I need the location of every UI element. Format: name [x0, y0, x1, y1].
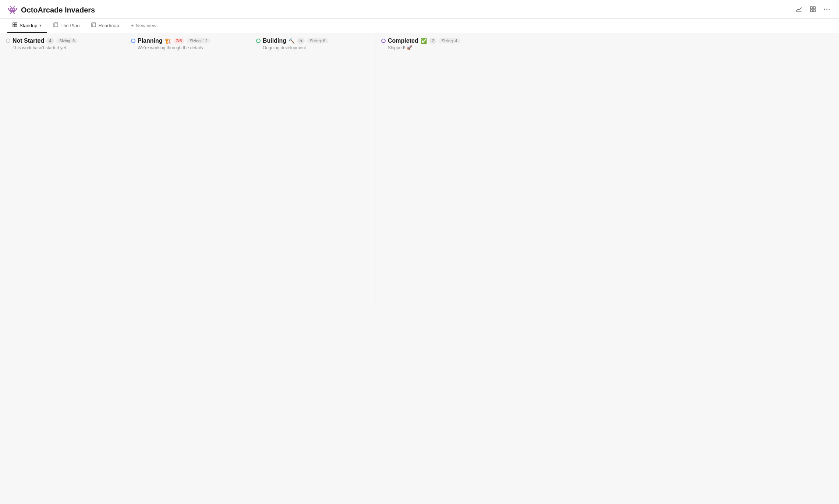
svg-rect-2: [813, 7, 815, 9]
app-title-area: 👾 OctoArcade Invaders: [7, 5, 95, 15]
app-container: 👾 OctoArcade Invaders: [0, 0, 839, 304]
svg-rect-9: [15, 23, 17, 25]
tab-the-plan[interactable]: The Plan: [48, 19, 85, 33]
roadmap-tab-label: Roadmap: [98, 23, 119, 28]
new-view-tab-label: New view: [136, 23, 156, 28]
svg-point-7: [829, 9, 830, 10]
svg-point-6: [826, 9, 828, 10]
roadmap-tab-icon: [91, 22, 96, 28]
building-desc: Ongoing development: [256, 45, 369, 50]
col-header-building: Building 🔨 5 Sizing: 6 Ongoing developme…: [250, 33, 375, 304]
app-header: 👾 OctoArcade Invaders: [0, 0, 839, 19]
svg-rect-12: [54, 23, 58, 27]
column-headers-row: Not Started 4 Sizing: 8 This work hasn't…: [0, 33, 839, 304]
building-title: Building: [263, 38, 286, 44]
not-started-sizing: Sizing: 8: [56, 38, 78, 43]
svg-rect-11: [15, 25, 17, 27]
completed-title-icon: ✅: [421, 38, 427, 44]
svg-rect-8: [13, 23, 15, 25]
standup-dropdown-icon: ▾: [39, 23, 42, 28]
planning-desc: We're working through the details: [131, 45, 244, 50]
svg-rect-1: [810, 7, 813, 9]
tab-new-view[interactable]: + New view: [126, 19, 162, 33]
new-view-plus-icon: +: [131, 23, 134, 28]
svg-point-5: [824, 9, 825, 10]
more-options-button[interactable]: [822, 4, 832, 15]
completed-count: 2: [429, 38, 437, 44]
not-started-desc: This work hasn't started yet: [6, 45, 119, 50]
svg-rect-4: [813, 10, 815, 12]
planning-status-dot: [131, 39, 135, 43]
planning-title: Planning: [138, 38, 163, 44]
standup-tab-label: Standup: [20, 23, 37, 28]
building-title-icon: 🔨: [288, 38, 295, 44]
plan-tab-label: The Plan: [60, 23, 79, 28]
completed-title: Completed: [388, 38, 418, 44]
svg-rect-10: [13, 25, 15, 27]
col-header-planning: Planning 🏗️ 7/6 Sizing: 12 We're working…: [125, 33, 250, 304]
completed-status-dot: [381, 39, 386, 43]
header-actions: [794, 4, 832, 15]
tab-standup[interactable]: Standup ▾: [7, 19, 47, 33]
board: Not Started 4 Sizing: 8 This work hasn't…: [0, 33, 839, 304]
tabs-bar: Standup ▾ The Plan Roadmap: [0, 19, 839, 33]
plan-tab-icon: [53, 22, 58, 28]
planning-count: 7/6: [173, 38, 185, 44]
app-title: OctoArcade Invaders: [21, 6, 95, 14]
grid-icon-button[interactable]: [808, 4, 818, 15]
not-started-status-dot: [6, 39, 10, 43]
planning-sizing: Sizing: 12: [187, 38, 210, 43]
building-status-dot: [256, 39, 261, 43]
not-started-count: 4: [46, 38, 54, 44]
completed-desc: Shipped! 🚀: [381, 45, 833, 50]
building-count: 5: [297, 38, 305, 44]
svg-rect-15: [92, 23, 96, 27]
chart-icon-button[interactable]: [794, 4, 804, 15]
not-started-title: Not Started: [13, 38, 44, 44]
building-sizing: Sizing: 6: [307, 38, 328, 43]
col-header-completed: Completed ✅ 2 Sizing: 4 Shipped! 🚀: [375, 33, 839, 304]
svg-rect-3: [810, 10, 813, 12]
standup-tab-icon: [13, 22, 17, 28]
board-scroll-container[interactable]: Not Started 4 Sizing: 8 This work hasn't…: [0, 33, 839, 304]
app-icon: 👾: [7, 5, 17, 15]
col-header-not-started: Not Started 4 Sizing: 8 This work hasn't…: [0, 33, 125, 304]
tab-roadmap[interactable]: Roadmap: [86, 19, 124, 33]
planning-title-icon: 🏗️: [165, 38, 171, 44]
completed-sizing: Sizing: 4: [439, 38, 460, 43]
